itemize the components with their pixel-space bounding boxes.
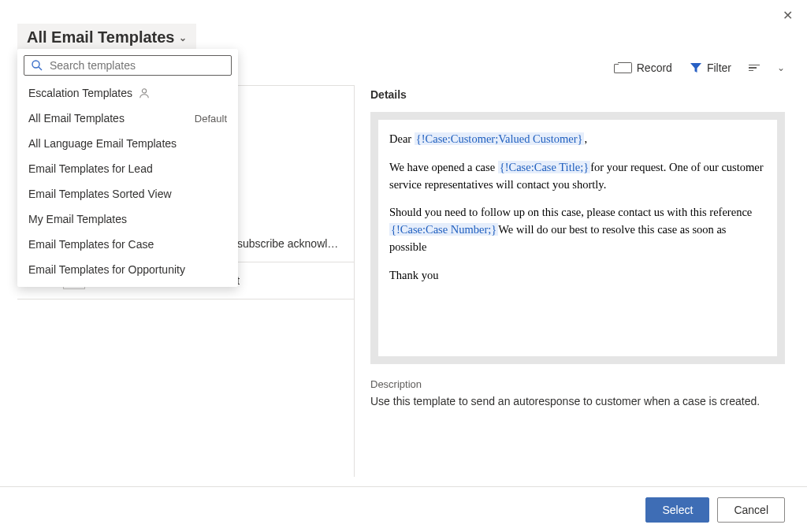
dropdown-badge: Default xyxy=(195,113,227,125)
person-icon xyxy=(139,87,150,99)
cancel-button[interactable]: Cancel xyxy=(717,497,785,523)
filter-icon xyxy=(690,61,702,74)
preview-text: Dear xyxy=(389,132,415,145)
view-option-my[interactable]: My Email Templates xyxy=(17,206,238,232)
filter-label: Filter xyxy=(707,61,731,74)
page-title: All Email Templates xyxy=(27,28,174,47)
svg-point-0 xyxy=(32,61,39,68)
svg-line-1 xyxy=(39,67,42,70)
merge-token: {!Case:Case Title;} xyxy=(498,161,590,173)
dropdown-item-label: My Email Templates xyxy=(28,213,127,225)
merge-token: {!Case:Customer;Valued Customer} xyxy=(415,132,585,145)
search-input-wrap[interactable] xyxy=(24,55,232,76)
preview-text: , xyxy=(584,132,587,145)
description-text: Use this template to send an autorespons… xyxy=(370,395,785,407)
dropdown-item-label: Email Templates for Lead xyxy=(28,162,153,175)
view-selector-dropdown: Escalation Templates All Email Templates… xyxy=(17,49,238,287)
svg-point-2 xyxy=(142,89,146,93)
view-option-all-lang[interactable]: All Language Email Templates xyxy=(17,131,238,156)
preview-body: Dear {!Case:Customer;Valued Customer}, W… xyxy=(378,120,777,356)
search-icon xyxy=(31,59,43,72)
view-option-case[interactable]: Email Templates for Case xyxy=(17,232,238,257)
record-label: Record xyxy=(637,61,672,74)
select-button[interactable]: Select xyxy=(645,497,709,523)
dropdown-item-label: Email Templates Sorted View xyxy=(28,188,172,200)
more-chevron-icon[interactable]: ⌄ xyxy=(777,62,785,73)
dropdown-item-label: Escalation Templates xyxy=(28,87,132,99)
filter-button[interactable]: Filter xyxy=(690,61,731,74)
view-option-escalation[interactable]: Escalation Templates xyxy=(17,80,238,106)
preview-text: Should you need to follow up on this cas… xyxy=(389,206,752,218)
sort-icon xyxy=(749,65,760,72)
description-label: Description xyxy=(370,378,785,390)
view-option-all[interactable]: All Email Templates Default xyxy=(17,106,238,131)
template-preview: Dear {!Case:Customer;Valued Customer}, W… xyxy=(370,112,785,364)
dropdown-item-label: Email Templates for Case xyxy=(28,238,154,251)
dropdown-item-label: All Email Templates xyxy=(28,112,125,125)
preview-text: Thank you xyxy=(389,267,766,285)
sort-button[interactable] xyxy=(749,65,760,72)
preview-text: We have opened a case xyxy=(389,161,498,173)
folder-open-icon xyxy=(618,62,632,73)
view-option-sorted[interactable]: Email Templates Sorted View xyxy=(17,181,238,206)
details-heading: Details xyxy=(370,85,785,112)
dropdown-item-label: All Language Email Templates xyxy=(28,137,177,150)
view-selector-trigger[interactable]: All Email Templates ⌄ xyxy=(17,24,196,51)
chevron-down-icon: ⌄ xyxy=(179,32,187,43)
record-button[interactable]: Record xyxy=(618,61,672,74)
search-input[interactable] xyxy=(50,59,225,72)
view-option-opportunity[interactable]: Email Templates for Opportunity xyxy=(17,257,238,282)
dropdown-item-label: Email Templates for Opportunity xyxy=(28,263,185,276)
merge-token: {!Case:Case Number;} xyxy=(389,223,498,236)
view-option-lead[interactable]: Email Templates for Lead xyxy=(17,156,238,181)
close-icon[interactable]: ✕ xyxy=(783,8,793,23)
